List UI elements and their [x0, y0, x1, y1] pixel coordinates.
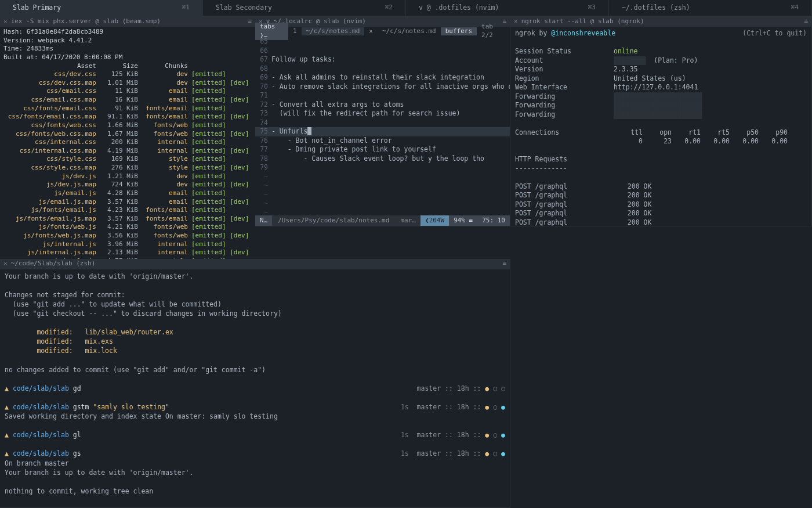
- menu-icon[interactable]: ≡: [248, 17, 252, 26]
- code-line: 67Follow up tasks:: [255, 55, 510, 64]
- close-icon[interactable]: ✕: [514, 17, 518, 26]
- line-number: 75: [255, 127, 271, 136]
- ngrok-output[interactable]: ngrok by @inconshreveable(Ctrl+C to quit…: [510, 27, 811, 226]
- nvim-status-path: /Users/Psy/code/slab/notes.md: [272, 217, 395, 225]
- code-line: 75- Unfurls: [255, 127, 510, 136]
- menu-icon[interactable]: ≡: [502, 260, 506, 268]
- line-number: 72: [255, 100, 271, 110]
- ngrok-http-rule: -------------: [515, 164, 807, 174]
- ngrok-conn-header: Connectionsttlopnrt1rt5p50p90: [515, 128, 807, 138]
- git-modified-line: modified: lib/slab_web/router.ex: [5, 327, 505, 337]
- nvim-tabline: tabs ❭… 1 ~/c/s/notes.md ✕ ~/c/s/notes.m…: [255, 27, 510, 36]
- ngrok-status-row: RegionUnited States (us): [515, 74, 807, 84]
- pane-nvim: ✕ v ~/.localrc @ slab (nvim) ≡ tabs ❭… 1…: [255, 16, 510, 226]
- empty-line: ~: [255, 190, 510, 200]
- webpack-asset-row: css/fonts/email.css91 KiBfonts/email[emi…: [3, 105, 252, 113]
- ngrok-status-row: Forwarding██████████████████████: [515, 110, 807, 120]
- pane-title-text: ~/code/Slab/slab (zsh): [11, 260, 96, 268]
- code-line: 79: [255, 163, 510, 172]
- zsh-output[interactable]: Your branch is up to date with 'origin/m…: [0, 269, 510, 507]
- pane-title-text: iex -S mix phx.server @ slab (beam.smp): [11, 17, 161, 26]
- window-tabs: Slab Primary ⌘1 Slab Secondary ⌘2 v @ .d…: [0, 0, 812, 16]
- pane-title-nvim: ✕ v ~/.localrc @ slab (nvim) ≡: [255, 16, 510, 27]
- window-tab-4[interactable]: ~/.dotfiles (zsh) ⌘4: [609, 0, 812, 16]
- webpack-asset-row: css/email.css11 KiBemail[emitted]email: [3, 87, 252, 96]
- empty-line: ~: [255, 199, 510, 208]
- git-status-line: (use "git checkout -- ..." to discard ch…: [5, 309, 505, 318]
- close-icon[interactable]: ✕: [3, 260, 8, 268]
- ngrok-http-title: HTTP Requests: [515, 155, 807, 164]
- git-status-line: no changes added to commit (use "git add…: [5, 365, 505, 374]
- tab-shortcut: ⌘1: [182, 3, 190, 12]
- nvim-statusline: N… /Users/Psy/code/slab/notes.md mar… ❮ …: [255, 215, 510, 226]
- tab-label: ~/.dotfiles (zsh): [622, 3, 690, 13]
- nvim-mode: N…: [255, 215, 272, 226]
- ngrok-request: POST /graphql 200 OK: [515, 191, 807, 200]
- code-line: 73 (will fix the redirect path for searc…: [255, 109, 510, 118]
- shell-prompt: ▲ code/slab/slab gstm "samly slo testing…: [5, 402, 505, 412]
- tab-label: Slab Secondary: [216, 3, 272, 13]
- webpack-asset-row: css/style.css169 KiBstyle[emitted]style: [3, 155, 252, 164]
- nvim-status-branch: mar…: [396, 217, 421, 225]
- pane-title-text: ngrok start --all @ slab (ngrok): [521, 17, 644, 26]
- line-number: 76: [255, 136, 271, 146]
- webpack-asset-row: js/dev.js.map724 KiBdev[emitted] [dev]de…: [3, 181, 252, 189]
- webpack-asset-row: js/email.js4.28 KiBemail[emitted]email: [3, 189, 252, 198]
- empty-line: ~: [255, 181, 510, 190]
- code-line: 71: [255, 91, 510, 100]
- webpack-asset-row: css/internal.css.map4.19 MiBinternal[emi…: [3, 147, 252, 156]
- code-line: 72- Convert all extra args to atoms: [255, 100, 510, 110]
- ngrok-status-row: Forwarding██████████████████████: [515, 92, 807, 102]
- close-icon[interactable]: ✕: [3, 17, 8, 26]
- line-number: 65: [255, 37, 271, 46]
- code-line: 70- Auto remove slack integrations for a…: [255, 82, 510, 92]
- line-number: 73: [255, 109, 271, 118]
- window-tab-3[interactable]: v @ .dotfiles (nvim) ⌘3: [406, 0, 609, 16]
- beam-output[interactable]: Hash: 6f31a0e84f2da8cb3489Version: webpa…: [0, 27, 255, 259]
- code-line: 65: [255, 37, 510, 46]
- window-tab-1[interactable]: Slab Primary ⌘1: [0, 0, 203, 16]
- webpack-asset-row: js/fonts/web.js.map3.56 KiBfonts/web[emi…: [3, 232, 252, 240]
- shell-prompt: ▲ code/slab/slab gs1s master :: 18h :: ●…: [5, 449, 505, 458]
- ngrok-status-row: Forwarding██████████████████████: [515, 101, 807, 110]
- webpack-asset-row: css/dev.css.map1.01 MiBdev[emitted] [dev…: [3, 79, 252, 88]
- nvim-tab-close[interactable]: ✕: [364, 27, 378, 36]
- tab-shortcut: ⌘3: [588, 3, 596, 12]
- nvim-tab-file[interactable]: ~/c/s/notes.md: [302, 27, 365, 36]
- git-status-line: Your branch is up to date with 'origin/m…: [5, 272, 505, 281]
- window-tab-2[interactable]: Slab Secondary ⌘2: [203, 0, 406, 16]
- shell-prompt: ▲ code/slab/slab gl1s master :: 18h :: ●…: [5, 430, 505, 439]
- webpack-cols: AssetSizeChunksChunk Names: [3, 62, 252, 71]
- menu-icon[interactable]: ≡: [804, 17, 808, 26]
- pane-beam: ✕ iex -S mix phx.server @ slab (beam.smp…: [0, 16, 255, 259]
- line-number: 79: [255, 163, 271, 172]
- git-modified-line: modified: mix.exs: [5, 337, 505, 346]
- pane-title-beam: ✕ iex -S mix phx.server @ slab (beam.smp…: [0, 16, 255, 27]
- webpack-header: Hash: 6f31a0e84f2da8cb3489: [3, 28, 252, 37]
- webpack-asset-row: css/dev.css125 KiBdev[emitted]dev: [3, 70, 252, 79]
- ngrok-status-row: Session Statusonline: [515, 47, 807, 56]
- line-number: 71: [255, 91, 271, 100]
- nvim-buffer[interactable]: 656667Follow up tasks:6869- Ask all admi…: [255, 36, 510, 215]
- nvim-tab-count: 1: [288, 27, 302, 36]
- empty-line: ~: [255, 172, 510, 182]
- git-status-line: [5, 281, 505, 290]
- git-status-line: [5, 356, 505, 365]
- shell-output: Your branch is up to date with 'origin/m…: [5, 468, 505, 477]
- webpack-asset-row: js/internal.js3.96 MiBinternal[emitted]i…: [3, 240, 252, 249]
- shell-output: Saved working directory and index state …: [5, 412, 505, 421]
- pane-zsh: ✕ ~/code/Slab/slab (zsh) ≡ Your branch i…: [0, 259, 510, 508]
- nvim-tab-file2[interactable]: ~/c/s/notes.md: [378, 27, 441, 36]
- pane-title-zsh: ✕ ~/code/Slab/slab (zsh) ≡: [0, 259, 510, 269]
- line-number: 70: [255, 82, 271, 92]
- git-status-line: Changes not staged for commit:: [5, 290, 505, 300]
- webpack-asset-row: css/fonts/web.css.map1.67 MiBfonts/web[e…: [3, 130, 252, 139]
- webpack-asset-row: css/fonts/email.css.map91.1 KiBfonts/ema…: [3, 113, 252, 121]
- webpack-asset-row: js/fonts/email.js4.23 KiBfonts/email[emi…: [3, 206, 252, 215]
- webpack-asset-row: css/internal.css200 KiBinternal[emitted]…: [3, 138, 252, 147]
- nvim-tab-buffers[interactable]: buffers: [441, 27, 477, 36]
- webpack-asset-row: js/dev.js1.21 MiBdev[emitted]dev: [3, 172, 252, 181]
- tab-shortcut: ⌘2: [385, 3, 393, 12]
- ngrok-status-row: Version2.3.35: [515, 65, 807, 74]
- empty-line: ~: [255, 208, 510, 215]
